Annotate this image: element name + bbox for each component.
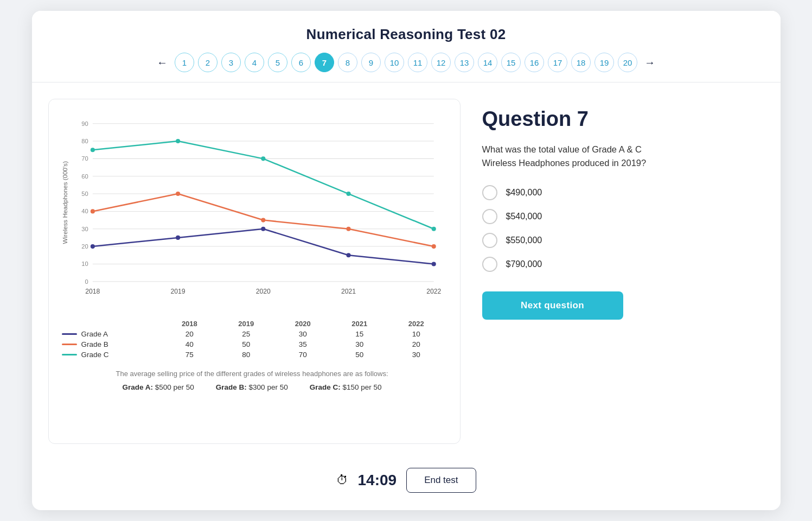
option-label-d: $790,000	[506, 259, 542, 269]
svg-point-38	[261, 156, 265, 161]
main-content: 010203040506070809020182019202020212022W…	[32, 82, 781, 444]
question-text: What was the total value of Grade A & C …	[482, 143, 667, 170]
option-label-b: $540,000	[506, 212, 542, 221]
nav-question-18[interactable]: 18	[571, 53, 591, 72]
timer-display: 14:09	[358, 472, 397, 489]
legend-table: 20182019202020212022Grade A2025301510Gra…	[60, 319, 445, 360]
svg-point-40	[431, 227, 436, 231]
option-c[interactable]: $550,000	[482, 233, 764, 248]
chart-svg: 010203040506070809020182019202020212022W…	[60, 112, 445, 313]
nav-question-1[interactable]: 1	[175, 53, 194, 72]
svg-text:80: 80	[81, 138, 88, 144]
header: Numerical Reasoning Test 02 ← 1234567891…	[32, 11, 781, 82]
radio-d[interactable]	[482, 257, 497, 272]
svg-point-34	[346, 227, 350, 231]
svg-point-30	[431, 262, 436, 266]
nav-question-17[interactable]: 17	[548, 53, 567, 72]
svg-point-26	[90, 244, 94, 249]
chart-note: The average selling price of the differe…	[60, 370, 445, 378]
svg-point-33	[261, 218, 265, 223]
nav-question-9[interactable]: 9	[361, 53, 381, 72]
svg-text:Wireless Headphones (000's): Wireless Headphones (000's)	[61, 161, 68, 244]
svg-point-27	[176, 236, 180, 240]
radio-b[interactable]	[482, 209, 497, 224]
footer: ⏱ 14:09 End test	[32, 453, 781, 510]
timer-icon: ⏱	[336, 473, 348, 487]
page-title: Numerical Reasoning Test 02	[306, 26, 506, 43]
svg-point-29	[346, 253, 350, 257]
nav-question-2[interactable]: 2	[198, 53, 218, 72]
svg-text:50: 50	[81, 190, 88, 197]
svg-text:70: 70	[81, 155, 88, 162]
svg-text:30: 30	[81, 226, 88, 232]
end-test-button[interactable]: End test	[406, 468, 476, 493]
nav-question-14[interactable]: 14	[478, 53, 497, 72]
app-container: Numerical Reasoning Test 02 ← 1234567891…	[32, 11, 781, 510]
svg-text:60: 60	[81, 173, 88, 180]
chart-area: 010203040506070809020182019202020212022W…	[60, 112, 445, 313]
price-item: Grade B: $300 per 50	[216, 383, 288, 391]
nav-question-7[interactable]: 7	[315, 53, 334, 72]
nav-question-5[interactable]: 5	[268, 53, 287, 72]
nav-numbers: 1234567891011121314151617181920	[175, 53, 637, 72]
svg-text:2020: 2020	[255, 288, 270, 295]
svg-text:10: 10	[81, 260, 88, 267]
nav-next-button[interactable]: →	[641, 54, 658, 71]
price-item: Grade C: $150 per 50	[310, 383, 382, 391]
option-label-a: $490,000	[506, 188, 542, 198]
radio-c[interactable]	[482, 233, 497, 248]
svg-text:2019: 2019	[170, 288, 185, 295]
svg-text:40: 40	[81, 208, 88, 214]
nav-question-20[interactable]: 20	[618, 53, 637, 72]
nav-question-16[interactable]: 16	[525, 53, 544, 72]
svg-point-32	[176, 192, 180, 196]
svg-point-36	[90, 148, 94, 152]
option-a[interactable]: $490,000	[482, 185, 764, 200]
svg-point-37	[176, 139, 180, 143]
option-label-c: $550,000	[506, 236, 542, 245]
chart-panel: 010203040506070809020182019202020212022W…	[48, 99, 461, 444]
nav-question-12[interactable]: 12	[431, 53, 451, 72]
option-d[interactable]: $790,000	[482, 257, 764, 272]
nav-question-13[interactable]: 13	[455, 53, 474, 72]
nav-question-4[interactable]: 4	[245, 53, 264, 72]
svg-text:0: 0	[85, 278, 88, 285]
nav-question-10[interactable]: 10	[385, 53, 404, 72]
nav-question-15[interactable]: 15	[501, 53, 521, 72]
nav-question-11[interactable]: 11	[408, 53, 427, 72]
chart-prices: Grade A: $500 per 50Grade B: $300 per 50…	[60, 383, 445, 391]
question-title: Question 7	[482, 107, 764, 131]
svg-text:20: 20	[81, 243, 88, 250]
nav-question-19[interactable]: 19	[594, 53, 614, 72]
radio-a[interactable]	[482, 185, 497, 200]
nav-question-6[interactable]: 6	[291, 53, 311, 72]
svg-text:2022: 2022	[426, 288, 441, 295]
nav-question-8[interactable]: 8	[338, 53, 357, 72]
options-list: $490,000$540,000$550,000$790,000	[482, 185, 764, 272]
nav-prev-button[interactable]: ←	[154, 54, 171, 71]
svg-point-39	[346, 192, 350, 196]
option-b[interactable]: $540,000	[482, 209, 764, 224]
svg-text:2018: 2018	[85, 288, 100, 295]
price-item: Grade A: $500 per 50	[123, 383, 194, 391]
question-panel: Question 7 What was the total value of G…	[482, 99, 764, 444]
question-nav: ← 1234567891011121314151617181920 →	[154, 53, 658, 72]
nav-question-3[interactable]: 3	[221, 53, 241, 72]
svg-text:90: 90	[81, 120, 88, 127]
next-question-button[interactable]: Next question	[482, 291, 623, 320]
svg-point-28	[261, 227, 265, 231]
svg-point-31	[90, 209, 94, 213]
svg-point-35	[431, 244, 436, 249]
svg-text:2021: 2021	[341, 288, 355, 295]
